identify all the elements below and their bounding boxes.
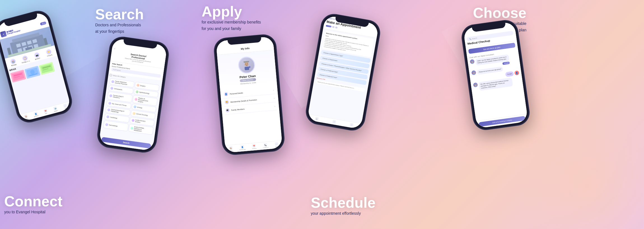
appointment-screen: ‹ Back to app Make an Appointment xyxy=(307,15,379,129)
search-button[interactable]: Search xyxy=(101,137,151,149)
connect-title: Connect xyxy=(4,194,62,209)
appt-nav-3[interactable]: ‹ xyxy=(350,123,354,127)
info-nav-contact[interactable]: 📞 Contact us xyxy=(263,143,269,149)
svg-rect-31 xyxy=(244,67,249,70)
hospital-header-button[interactable]: 登入 xyxy=(40,21,46,25)
phone-apply: My Info xyxy=(218,36,280,153)
family-members-left: 👨‍👩‍👧 Family Members xyxy=(225,107,245,113)
orthopaedic-icon xyxy=(110,87,113,90)
section-schedule: ‹ Back to app Make an Appointment xyxy=(305,0,426,229)
menu-icon-3: 📷 xyxy=(34,52,40,58)
menu-icon-4: 📁 xyxy=(46,49,52,55)
search-subtitle-1: Doctors and Professionals xyxy=(95,22,144,28)
info-nav: 🏠 Home 👤 Membership 📅 Booking xyxy=(225,140,283,153)
avatar-corner-bl xyxy=(239,68,244,73)
apply-subtitle-1: for exclusive membership benefits xyxy=(202,20,261,25)
phone-choose: 🔍 Search Medical Checkup See all check u… xyxy=(468,22,524,128)
family-members-label: Family Members xyxy=(231,108,244,111)
step-3 xyxy=(335,27,338,29)
nav-member[interactable]: 👤 會員資訊 xyxy=(33,111,39,118)
membership-promo-left: 🎫 Membership Details & Promotion xyxy=(225,98,257,104)
appt-nav-icon-2: ○ xyxy=(332,120,336,124)
nav-more[interactable]: ⋯ 更多 xyxy=(63,104,67,109)
schedule-title: Schedule xyxy=(311,195,375,210)
connect-subtitle: you to Evangel Hospital xyxy=(4,209,62,215)
bot-avatar-1: 🤖 xyxy=(470,59,475,64)
checkup-screen: 🔍 Search Medical Checkup See all check u… xyxy=(463,22,528,128)
appt-nav-icon-1: ⊡ xyxy=(315,117,319,121)
search-title: Search xyxy=(95,7,144,22)
personal-details-label: Personal Details xyxy=(230,92,243,95)
step-1 xyxy=(326,25,332,27)
appointment-content: Welcome to the online appointment system… xyxy=(313,29,377,94)
info-screen: My Info xyxy=(216,36,283,153)
appt-nav-1[interactable]: ⊡ xyxy=(315,117,319,121)
cardiothoracic-icon xyxy=(131,119,134,122)
membership-promo-icon: 🎫 xyxy=(225,100,229,104)
info-contact-icon: 📞 xyxy=(264,143,267,147)
chat-input-area: Call us for booking or enquiry xyxy=(476,114,528,128)
search-icon: 🔍 xyxy=(469,38,471,40)
dermatology-icon xyxy=(105,123,108,126)
hospital-logo-icon: + xyxy=(0,31,7,38)
phone-connect: + 匯道醫院 Evangel Hospital 登入 xyxy=(6,14,62,119)
info-nav-booking[interactable]: 📅 Booking xyxy=(252,144,256,149)
info-more-icon: ⋯ xyxy=(275,142,278,146)
personal-details-left: 👤 Personal Details xyxy=(224,91,243,96)
chat-section: Chat with our digital consultant 🤖 Hello… xyxy=(467,48,523,95)
appt-nav-icon-3: ‹ xyxy=(350,123,354,127)
section-connect: + 匯道醫院 Evangel Hospital 登入 xyxy=(0,0,87,229)
nav-booking[interactable]: 📅 預約 xyxy=(43,109,48,114)
membership-promo-label: Membership Details & Promotion xyxy=(230,99,257,103)
schedule-heading: Schedule your appointment effortlessly xyxy=(311,195,375,216)
user-avatar-chat: 👤 xyxy=(514,70,519,75)
connect-text: Connect you to Evangel Hospital xyxy=(4,194,62,215)
family-members-chevron: › xyxy=(274,105,275,108)
section-apply: Apply for exclusive membership benefits … xyxy=(193,0,305,229)
surgery-icon xyxy=(136,83,139,87)
bot-avatar-2: 🤖 xyxy=(471,70,476,75)
step-2 xyxy=(332,26,335,28)
category-grid: Family Medicine/General Physician Surger… xyxy=(101,76,162,137)
personal-details-icon: 👤 xyxy=(224,92,228,96)
gastro-icon xyxy=(107,108,110,111)
search-heading: Search Doctors and Professionals at your… xyxy=(95,7,144,34)
choose-title: Choose xyxy=(473,6,526,20)
ophthalmology-icon xyxy=(135,90,138,93)
svg-rect-12 xyxy=(7,48,11,55)
avatar-corner-tr xyxy=(249,57,254,62)
info-list: 👤 Personal Details › 🎫 Membership Detail… xyxy=(220,84,279,116)
gynaecology-icon xyxy=(109,94,112,97)
membership-promo-chevron: › xyxy=(274,97,274,99)
nav-home[interactable]: 🏠 主頁 xyxy=(24,114,28,120)
appt-nav-2[interactable]: ○ xyxy=(332,120,336,124)
chat-message-user: Female xyxy=(505,71,514,77)
user-avatar xyxy=(237,56,256,74)
menu-icon-1: 🏥 xyxy=(10,58,16,64)
nav-account[interactable]: ⚙️ 我的帳戶 xyxy=(53,106,58,112)
hospital-nav: 🏠 主頁 👤 會員資訊 📅 預約 xyxy=(20,101,72,122)
refresh-button[interactable]: Refresh xyxy=(502,62,510,65)
urology-icon xyxy=(133,105,136,108)
phone-search: ‹ Search Doctor/Professional Please filt… xyxy=(104,39,162,150)
info-home-icon: 🏠 xyxy=(229,146,233,150)
main-container: + 匯道醫院 Evangel Hospital 登入 xyxy=(0,0,644,229)
family-members-icon: 👨‍👩‍👧 xyxy=(225,108,230,112)
apply-subtitle-2: for you and your family xyxy=(202,26,261,32)
section-choose: Choose your most suitable medical checku… xyxy=(426,0,532,229)
call-button[interactable]: Call us for booking or enquiry xyxy=(479,116,526,127)
cardiology-icon xyxy=(106,115,109,118)
plastics-icon xyxy=(134,98,137,101)
hospital-logo-text: 匯道醫院 Evangel Hospital xyxy=(6,28,20,35)
avatar-corner-tl xyxy=(239,58,243,62)
member-number: Membership no. 12185 xyxy=(240,82,256,85)
select-all-checkbox[interactable] xyxy=(109,74,112,76)
info-nav-membership[interactable]: 👤 Membership xyxy=(239,145,246,151)
info-nav-home[interactable]: 🏠 Home xyxy=(229,146,233,151)
info-nav-more[interactable]: ⋯ More xyxy=(275,142,279,148)
schedule-subtitle: your appointment effortlessly xyxy=(311,211,375,216)
clinical-oncology-icon xyxy=(132,112,136,115)
search-subtitle-2: at your fingertips xyxy=(95,29,144,34)
apply-title: Apply xyxy=(202,4,261,19)
ent-icon xyxy=(108,102,111,105)
